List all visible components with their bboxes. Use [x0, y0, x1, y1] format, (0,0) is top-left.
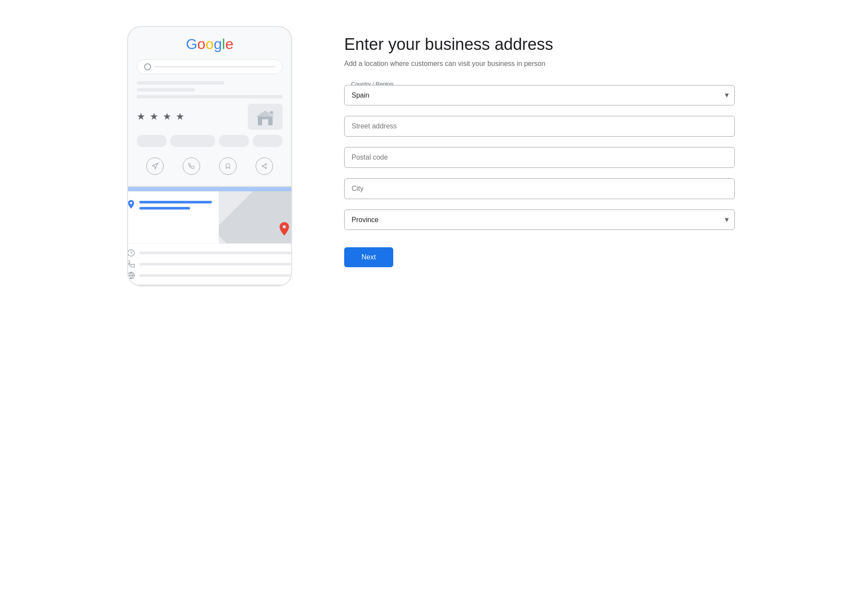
stars-illustration: ★ ★ ★ ★	[137, 111, 185, 122]
map-card	[127, 186, 292, 285]
logo-e: e	[225, 36, 234, 52]
pill-row	[137, 135, 283, 147]
city-field-group	[344, 178, 735, 199]
svg-rect-2	[262, 119, 268, 125]
directions-icon	[146, 157, 164, 175]
red-pin-container	[278, 222, 290, 239]
action-icons-row	[137, 154, 283, 178]
phone-mockup: G o o g l e ★ ★ ★ ★	[127, 26, 292, 286]
share-icon	[256, 157, 273, 175]
phone-row	[127, 260, 292, 268]
line-3	[137, 95, 283, 98]
street-address-input[interactable]	[344, 116, 735, 137]
hours-row	[127, 249, 292, 257]
map-line-1	[139, 201, 212, 203]
rating-image-row: ★ ★ ★ ★	[137, 104, 283, 130]
line-1	[137, 81, 224, 85]
search-icon-illustration	[144, 63, 151, 70]
logo-g: G	[186, 36, 197, 52]
country-select[interactable]: Spain France Germany Italy Portugal Unit…	[344, 85, 735, 105]
svg-line-10	[263, 165, 265, 166]
logo-o2: o	[206, 36, 214, 52]
page-subtitle: Add a location where customers can visit…	[344, 60, 735, 68]
svg-point-4	[270, 111, 273, 114]
google-logo: G o o g l e	[137, 36, 283, 52]
page-title: Enter your business address	[344, 35, 735, 55]
map-card-top	[127, 191, 292, 243]
country-field-group: Country / Region Spain France Germany It…	[344, 85, 735, 105]
logo-l: l	[222, 36, 225, 52]
province-select[interactable]: Province Madrid Barcelona Valencia Sevil…	[344, 210, 735, 230]
bookmark-icon	[219, 157, 237, 175]
hours-line	[139, 252, 292, 254]
postal-field-group	[344, 147, 735, 168]
postal-code-input[interactable]	[344, 147, 735, 168]
red-pin-icon	[278, 222, 290, 237]
pill-1	[137, 135, 167, 147]
page-wrapper: G o o g l e ★ ★ ★ ★	[127, 26, 735, 286]
svg-line-9	[263, 167, 265, 167]
search-bar-line	[155, 66, 275, 67]
map-card-bottom	[127, 243, 292, 285]
logo-o1: o	[197, 36, 206, 52]
phone-lines	[137, 81, 283, 98]
website-line	[139, 274, 292, 277]
pill-2	[170, 135, 215, 147]
svg-point-7	[262, 165, 264, 167]
line-2	[137, 88, 195, 92]
phone-icon	[183, 157, 200, 175]
province-field-group: Province Madrid Barcelona Valencia Sevil…	[344, 210, 735, 230]
phone-line	[139, 263, 292, 265]
svg-point-6	[265, 164, 267, 165]
globe-icon	[127, 272, 135, 279]
street-field-group	[344, 116, 735, 137]
illustration-panel: G o o g l e ★ ★ ★ ★	[127, 26, 309, 286]
pill-3	[219, 135, 249, 147]
country-select-wrapper[interactable]: Spain France Germany Italy Portugal Unit…	[344, 85, 735, 105]
map-card-lines	[139, 201, 212, 210]
phone-small-icon	[127, 260, 135, 268]
next-button[interactable]: Next	[344, 247, 393, 267]
logo-g2: g	[214, 36, 222, 52]
map-card-info	[127, 191, 219, 243]
store-image	[248, 104, 283, 130]
store-icon-svg	[254, 107, 276, 127]
website-row	[127, 272, 292, 279]
clock-icon	[127, 249, 135, 257]
map-visual	[219, 191, 292, 243]
svg-point-8	[265, 167, 267, 169]
province-select-wrapper[interactable]: Province Madrid Barcelona Valencia Sevil…	[344, 210, 735, 230]
map-line-2	[139, 207, 190, 210]
blue-pin-icon	[127, 200, 135, 212]
svg-marker-5	[152, 163, 158, 169]
blue-accent-bar	[127, 187, 292, 191]
city-input[interactable]	[344, 178, 735, 199]
search-bar-illustration	[137, 59, 283, 74]
pill-4	[253, 135, 283, 147]
form-panel: Enter your business address Add a locati…	[344, 26, 735, 267]
